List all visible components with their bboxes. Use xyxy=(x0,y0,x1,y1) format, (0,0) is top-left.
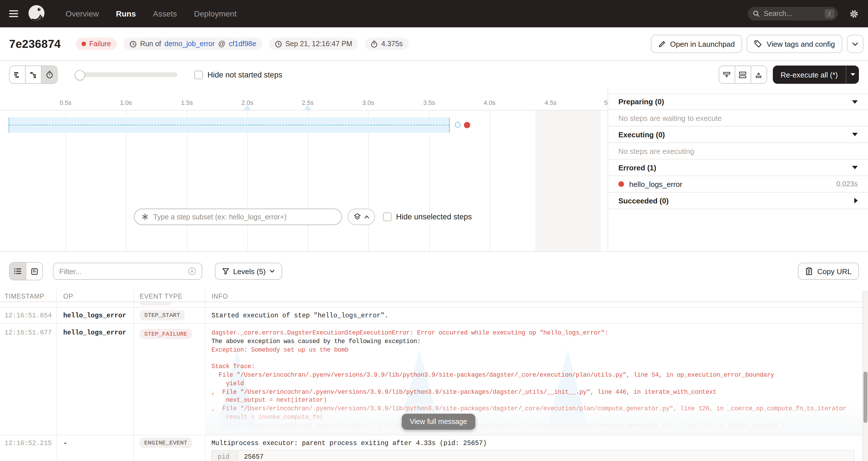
axis-tick: 4.0s xyxy=(484,99,496,106)
snapshot-id-link[interactable]: cf1df98e xyxy=(229,40,256,48)
apply-step-filter-button[interactable] xyxy=(348,209,375,225)
col-event-type: EVENT TYPE xyxy=(133,293,205,300)
panel-preparing-empty: No steps are waiting to execute xyxy=(608,110,868,126)
message-fade-overlay xyxy=(205,398,868,435)
clear-filter-icon[interactable] xyxy=(188,267,196,275)
axis-tick: 3.5s xyxy=(423,99,435,106)
badge-sliver xyxy=(140,302,172,305)
gantt-waterfall-view-button[interactable] xyxy=(25,66,41,83)
col-timestamp: TIMESTAMP xyxy=(0,293,56,300)
panel-section-succeeded[interactable]: Succeeded (0) xyxy=(608,193,868,209)
scrollbar-thumb[interactable] xyxy=(863,372,867,423)
panel-section-executing[interactable]: Executing (0) xyxy=(608,126,868,143)
tag-icon xyxy=(754,40,762,48)
gantt-time-axis: 0.5s 1.0s 1.5s 2.0s 2.5s 3.0s 3.5s 4.0s … xyxy=(0,88,608,111)
axis-tick: 0.5s xyxy=(60,99,71,106)
panel-executing-empty: No steps are executing xyxy=(608,143,868,159)
layers-icon xyxy=(354,213,361,220)
table-row-partial[interactable] xyxy=(0,302,868,308)
copy-url-button[interactable]: Copy URL xyxy=(798,263,859,280)
hide-unselected-label: Hide unselected steps xyxy=(396,213,472,221)
log-info: Started execution of step "hello_logs_er… xyxy=(205,308,868,323)
axis-tick: 5 xyxy=(604,99,608,106)
nav-overview[interactable]: Overview xyxy=(66,9,99,18)
chevron-down-icon xyxy=(270,270,275,273)
nav-assets[interactable]: Assets xyxy=(153,9,177,18)
run-more-actions-button[interactable] xyxy=(847,35,863,53)
step-subset-placeholder: Type a step subset (ex: hello_logs_error… xyxy=(153,213,287,221)
panel-section-errored[interactable]: Errored (1) xyxy=(608,159,868,176)
levels-dropdown-button[interactable]: Levels (5) xyxy=(215,263,282,280)
run-end-shaded-region xyxy=(535,111,601,251)
log-op: - xyxy=(56,435,133,461)
pane-collapse-down-button[interactable] xyxy=(719,66,734,83)
reexecute-dropdown-button[interactable] xyxy=(846,73,859,76)
gantt-flat-icon xyxy=(14,71,21,79)
axis-marker-icon xyxy=(304,105,312,111)
col-op: OP xyxy=(56,293,133,300)
panel-section-preparing[interactable]: Preparing (0) xyxy=(608,93,868,110)
hide-unselected-checkbox[interactable] xyxy=(383,213,392,221)
reexecute-all-button[interactable]: Re-execute all (*) xyxy=(773,65,859,84)
dagster-run-page: Overview Runs Assets Deployment Search..… xyxy=(0,0,868,461)
op-selector-icon xyxy=(141,213,149,220)
search-shortcut-key: / xyxy=(825,9,834,18)
gantt-flat-view-button[interactable] xyxy=(10,66,25,83)
gantt-zoom-slider[interactable] xyxy=(75,72,177,77)
chevron-down-icon xyxy=(852,100,858,103)
step-bar-hello-logs-error[interactable] xyxy=(8,117,450,133)
log-info: Multiprocess executor: parent process ex… xyxy=(205,435,868,461)
gantt-body: Type a step subset (ex: hello_logs_error… xyxy=(0,111,608,251)
log-filter-input[interactable]: Filter... xyxy=(53,263,202,280)
run-history-icon xyxy=(129,40,137,48)
log-list-view-button[interactable] xyxy=(10,263,26,280)
gear-icon[interactable] xyxy=(849,9,859,19)
collapse-down-icon xyxy=(723,71,731,79)
dagster-logo-icon[interactable] xyxy=(27,4,46,23)
search-input[interactable]: Search... / xyxy=(748,7,838,21)
event-type-badge: STEP_FAILURE xyxy=(140,329,192,339)
pane-split-button[interactable] xyxy=(734,66,750,83)
run-header: 7e236874 Failure Run of demo_job_error @… xyxy=(0,27,868,61)
step-status-panel: Preparing (0) No steps are waiting to ex… xyxy=(608,88,868,251)
panel-errored-item[interactable]: hello_logs_error 0.023s xyxy=(608,176,868,193)
clock-icon xyxy=(274,40,282,48)
job-name-link[interactable]: demo_job_error xyxy=(164,40,215,48)
menu-icon[interactable] xyxy=(9,10,18,17)
chevron-down-icon xyxy=(852,133,858,136)
log-structured-view-button[interactable] xyxy=(26,263,42,280)
search-icon xyxy=(753,10,760,17)
hide-not-started-label: Hide not started steps xyxy=(208,70,282,79)
chevron-down-icon xyxy=(852,166,858,169)
error-dot-icon xyxy=(618,181,624,187)
table-row-engine-event[interactable]: 12:16:52.215 - ENGINE_EVENT Multiprocess… xyxy=(0,435,868,461)
filter-placeholder: Filter... xyxy=(59,267,184,276)
nav-runs[interactable]: Runs xyxy=(116,9,136,18)
failure-dot-icon xyxy=(81,41,86,46)
table-row-step-start[interactable]: 12:16:51.654 hello_logs_error STEP_START… xyxy=(0,308,868,324)
step-subset-input[interactable]: Type a step subset (ex: hello_logs_error… xyxy=(134,209,342,225)
caret-up-icon xyxy=(364,215,369,218)
hide-not-started-checkbox[interactable] xyxy=(194,70,203,79)
pane-expand-up-button[interactable] xyxy=(750,66,766,83)
slider-handle[interactable] xyxy=(75,70,85,80)
expand-up-icon xyxy=(754,71,763,79)
view-full-message-button[interactable]: View full message xyxy=(402,414,475,430)
log-op: hello_logs_error xyxy=(56,308,133,323)
axis-tick: 3.0s xyxy=(362,99,374,106)
open-in-launchpad-button[interactable]: Open in Launchpad xyxy=(651,35,742,53)
log-view-toggle xyxy=(9,262,43,280)
view-tags-config-button[interactable]: View tags and config xyxy=(747,35,842,53)
log-timestamp: 12:16:52.215 xyxy=(0,435,56,461)
top-nav: Overview Runs Assets Deployment Search..… xyxy=(0,0,868,27)
nav-deployment[interactable]: Deployment xyxy=(194,9,237,18)
axis-tick: 1.5s xyxy=(181,99,193,106)
table-row-step-failure[interactable]: 12:16:51.677 hello_logs_error STEP_FAILU… xyxy=(0,324,868,435)
start-time-chip: Sep 21, 12:16:47 PM xyxy=(269,38,358,50)
metadata-value: 25657 xyxy=(238,451,854,461)
log-scrollbar[interactable] xyxy=(862,290,868,461)
gantt-timed-view-button[interactable] xyxy=(41,66,57,83)
run-id-title: 7e236874 xyxy=(9,37,61,51)
run-of-chip: Run of demo_job_error @ cf1df98e xyxy=(124,38,262,50)
gantt-waterfall-icon xyxy=(30,71,37,79)
